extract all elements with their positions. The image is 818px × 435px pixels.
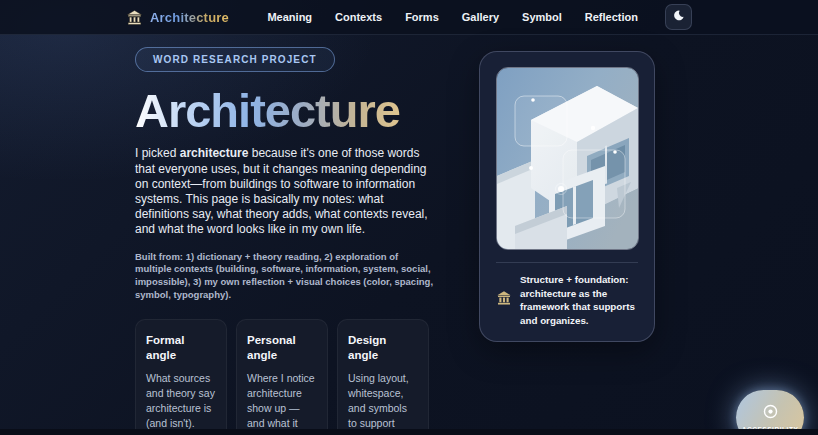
temple-icon xyxy=(496,290,512,310)
nav-link-gallery[interactable]: Gallery xyxy=(462,11,499,23)
feature-card: Structure + foundation: architecture as … xyxy=(479,51,655,342)
intro-prefix: I picked xyxy=(135,146,180,160)
nav-link-meaning[interactable]: Meaning xyxy=(267,11,312,23)
card-design-angle: Design angle Using layout, whitespace, a… xyxy=(337,319,429,435)
card-title: Personal angle xyxy=(247,333,317,364)
main-nav: Meaning Contexts Forms Gallery Symbol Re… xyxy=(267,4,692,30)
nav-link-contexts[interactable]: Contexts xyxy=(335,11,382,23)
nav-link-reflection[interactable]: Reflection xyxy=(585,11,638,23)
intro-keyword: architecture xyxy=(180,146,249,160)
card-formal-angle: Formal angle What sources and theory say… xyxy=(135,319,227,435)
card-title: Formal angle xyxy=(146,333,216,364)
page: Architecture Meaning Contexts Forms Gall… xyxy=(0,0,818,435)
angle-cards-row: Formal angle What sources and theory say… xyxy=(135,319,429,435)
hero-right-column: Structure + foundation: architecture as … xyxy=(479,47,655,435)
temple-icon xyxy=(126,9,143,26)
caption-text: Structure + foundation: architecture as … xyxy=(520,273,638,327)
project-badge: WORD RESEARCH PROJECT xyxy=(135,47,335,72)
card-title: Design angle xyxy=(348,333,418,364)
brand-name: Architecture xyxy=(150,10,229,25)
caption-divider xyxy=(496,262,638,263)
accessibility-target-icon xyxy=(762,403,779,423)
nav-link-symbol[interactable]: Symbol xyxy=(522,11,562,23)
next-section-edge xyxy=(0,429,818,435)
theme-toggle-button[interactable] xyxy=(665,4,692,30)
nav-link-forms[interactable]: Forms xyxy=(405,11,439,23)
page-title: Architecture xyxy=(135,86,435,135)
built-from-note: Built from: 1) dictionary + theory readi… xyxy=(135,251,435,302)
intro-paragraph: I picked architecture because it's one o… xyxy=(135,146,435,237)
moon-icon xyxy=(672,9,685,25)
card-body: Where I notice architecture show up — an… xyxy=(247,371,317,435)
hero-left-column: WORD RESEARCH PROJECT Architecture I pic… xyxy=(135,47,435,435)
feature-caption: Structure + foundation: architecture as … xyxy=(496,273,638,327)
card-personal-angle: Personal angle Where I notice architectu… xyxy=(236,319,328,435)
card-body: What sources and theory say architecture… xyxy=(146,371,216,432)
card-body: Using layout, whitespace, and symbols to… xyxy=(348,371,418,435)
modern-building-illustration xyxy=(496,67,639,250)
brand-logo[interactable]: Architecture xyxy=(126,9,229,26)
hero-section: WORD RESEARCH PROJECT Architecture I pic… xyxy=(126,35,692,435)
top-navbar: Architecture Meaning Contexts Forms Gall… xyxy=(0,0,818,35)
